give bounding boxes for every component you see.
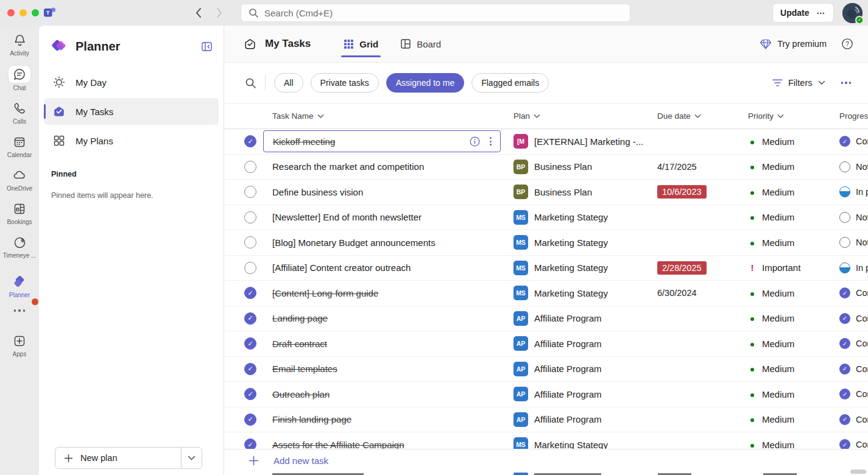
table-row[interactable]: Finish landing page AP Affiliate Program… bbox=[224, 407, 868, 433]
priority-label[interactable]: Medium bbox=[762, 161, 794, 172]
task-complete-checkbox[interactable] bbox=[244, 236, 256, 248]
plan-name[interactable]: Affiliate Program bbox=[534, 339, 602, 349]
progress-label[interactable]: Completed bbox=[856, 314, 868, 323]
task-complete-checkbox[interactable] bbox=[244, 135, 256, 147]
column-header-task-name[interactable]: Task Name bbox=[272, 111, 324, 121]
close-window-button[interactable] bbox=[7, 9, 15, 16]
table-row[interactable]: Kickoff meeting [M [EXTERNAL] Marketing … bbox=[224, 129, 868, 155]
info-icon[interactable] bbox=[470, 136, 480, 147]
filter-pill-assigned-to-me[interactable]: Assigned to me bbox=[386, 73, 465, 93]
column-header-progress[interactable]: Progress bbox=[839, 111, 868, 121]
sidebar-item-my-tasks[interactable]: My Tasks bbox=[44, 98, 219, 125]
forward-button[interactable] bbox=[216, 7, 223, 19]
sidebar-item-my-day[interactable]: My Day bbox=[44, 69, 219, 96]
update-button[interactable]: Update ⋯ bbox=[773, 4, 833, 22]
rail-item-onedrive[interactable]: OneDrive bbox=[0, 163, 39, 197]
task-complete-checkbox[interactable] bbox=[244, 186, 256, 198]
plan-name[interactable]: [EXTERNAL] Marketing -... bbox=[534, 136, 643, 147]
table-row[interactable]: [Newsletter] End of month newsletter MS … bbox=[224, 205, 868, 231]
progress-label[interactable]: Completed bbox=[856, 339, 868, 348]
rail-more-button[interactable] bbox=[14, 303, 26, 319]
rail-item-calendar[interactable]: Calendar bbox=[0, 130, 39, 163]
global-search[interactable] bbox=[241, 4, 630, 22]
column-header-plan[interactable]: Plan bbox=[513, 111, 540, 121]
task-complete-checkbox[interactable] bbox=[244, 337, 256, 350]
rail-item-chat[interactable]: Chat bbox=[0, 62, 39, 96]
rail-item-bookings[interactable]: B Bookings bbox=[0, 197, 39, 230]
task-complete-checkbox[interactable] bbox=[244, 262, 256, 274]
table-row[interactable]: [Content] Long-form guide MS Marketing S… bbox=[224, 281, 868, 306]
tab-grid[interactable]: Grid bbox=[337, 26, 384, 63]
progress-label[interactable]: Completed bbox=[856, 364, 868, 374]
task-complete-checkbox[interactable] bbox=[244, 363, 256, 375]
sidebar-item-my-plans[interactable]: My Plans bbox=[44, 127, 219, 154]
task-name-cell[interactable]: Email templates bbox=[272, 358, 513, 380]
plan-name[interactable]: Marketing Stategy bbox=[534, 212, 608, 222]
due-date[interactable]: 4/17/2025 bbox=[657, 162, 697, 172]
task-name-cell[interactable]: Define business vision bbox=[272, 181, 513, 203]
try-premium-button[interactable]: Try premium bbox=[760, 38, 827, 50]
plan-name[interactable]: Marketing Stategy bbox=[534, 288, 608, 298]
task-name-cell[interactable]: Research the market and competition bbox=[272, 156, 513, 178]
plan-name[interactable]: Affiliate Program bbox=[534, 313, 602, 323]
priority-label[interactable]: Medium bbox=[762, 212, 794, 222]
task-name-cell[interactable]: [Newsletter] End of month newsletter bbox=[272, 206, 513, 228]
progress-label[interactable]: Completed bbox=[856, 136, 868, 146]
rail-item-apps[interactable]: Apps bbox=[0, 329, 39, 362]
table-row[interactable]: Draft contract AP Affiliate Program Medi… bbox=[224, 331, 868, 357]
back-button[interactable] bbox=[195, 7, 202, 19]
progress-label[interactable]: Not started bbox=[856, 213, 868, 222]
priority-label[interactable]: Medium bbox=[762, 187, 794, 197]
progress-label[interactable]: Completed bbox=[856, 415, 868, 424]
progress-label[interactable]: Completed bbox=[856, 288, 868, 298]
task-complete-checkbox[interactable] bbox=[244, 413, 256, 426]
rail-item-timeneye[interactable]: Timeneye ... bbox=[0, 230, 39, 264]
progress-label[interactable]: In progress bbox=[856, 187, 868, 197]
column-header-priority[interactable]: Priority bbox=[748, 111, 784, 121]
task-complete-checkbox[interactable] bbox=[244, 161, 256, 173]
plan-name[interactable]: Affiliate Program bbox=[534, 414, 602, 424]
plan-name[interactable]: Affiliate Program bbox=[534, 364, 602, 374]
new-plan-button[interactable]: New plan bbox=[55, 447, 202, 469]
table-row[interactable]: Define business vision BP Business Plan … bbox=[224, 180, 868, 205]
task-search-icon[interactable] bbox=[245, 77, 256, 89]
filter-pill-private-tasks[interactable]: Private tasks bbox=[311, 73, 379, 93]
table-row[interactable]: Research the market and competition BP B… bbox=[224, 155, 868, 180]
priority-label[interactable]: Medium bbox=[762, 288, 794, 298]
task-complete-checkbox[interactable] bbox=[244, 388, 256, 400]
priority-label[interactable]: Medium bbox=[762, 339, 794, 349]
task-name-cell[interactable]: Outreach plan bbox=[272, 383, 513, 405]
priority-label[interactable]: Medium bbox=[762, 313, 794, 323]
column-header-due-date[interactable]: Due date bbox=[657, 111, 701, 121]
progress-label[interactable]: Completed bbox=[856, 440, 868, 449]
task-complete-checkbox[interactable] bbox=[244, 287, 256, 299]
table-row[interactable]: Email templates AP Affiliate Program Med… bbox=[224, 357, 868, 382]
update-more-icon[interactable]: ⋯ bbox=[817, 8, 827, 18]
progress-label[interactable]: Not started bbox=[856, 162, 868, 172]
search-input[interactable] bbox=[264, 8, 623, 18]
collapse-sidebar-button[interactable] bbox=[199, 38, 215, 55]
filter-pill-flagged-emails[interactable]: Flagged emails bbox=[471, 73, 549, 93]
table-row[interactable]: Outreach plan AP Affiliate Program Mediu… bbox=[224, 382, 868, 407]
new-plan-dropdown-button[interactable] bbox=[182, 448, 202, 468]
task-name-cell[interactable]: Landing page bbox=[272, 308, 513, 329]
priority-label[interactable]: Medium bbox=[762, 364, 794, 374]
rail-item-activity[interactable]: Activity bbox=[0, 28, 39, 62]
plan-name[interactable]: Business Plan bbox=[534, 161, 592, 172]
avatar[interactable] bbox=[842, 3, 863, 23]
filters-button[interactable]: Filters bbox=[772, 78, 825, 88]
priority-label[interactable]: Medium bbox=[762, 389, 794, 399]
progress-label[interactable]: In progress bbox=[856, 263, 868, 273]
table-more-options-button[interactable] bbox=[839, 79, 854, 86]
task-complete-checkbox[interactable] bbox=[244, 211, 256, 223]
filter-pill-all[interactable]: All bbox=[274, 73, 303, 93]
due-date[interactable]: 10/6/2023 bbox=[657, 185, 707, 199]
plan-name[interactable]: Marketing Stategy bbox=[534, 237, 608, 248]
task-name-cell[interactable]: [Content] Long-form guide bbox=[272, 282, 513, 304]
task-complete-checkbox[interactable] bbox=[244, 312, 256, 325]
task-name-cell[interactable]: [Blog] Monetary Budget announcements bbox=[272, 231, 513, 253]
task-name-cell[interactable]: Kickoff meeting bbox=[263, 130, 501, 152]
scrollbar-thumb[interactable] bbox=[850, 470, 866, 474]
priority-label[interactable]: Medium bbox=[762, 136, 794, 147]
plan-name[interactable]: Business Plan bbox=[534, 187, 592, 197]
